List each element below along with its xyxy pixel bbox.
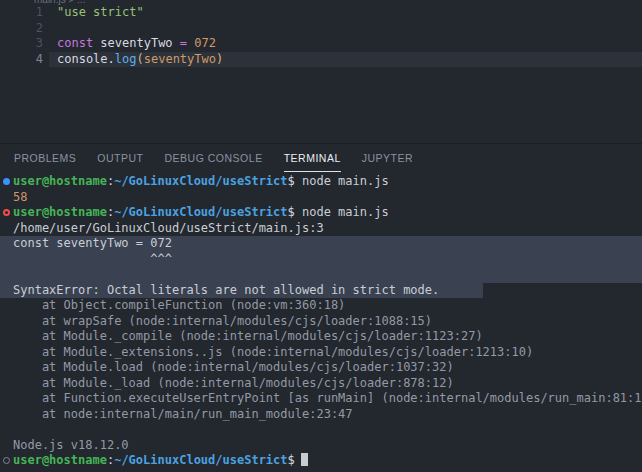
terminal-row[interactable]: at Module._compile (node:internal/module… bbox=[0, 329, 642, 345]
command-pending-circle-icon[interactable] bbox=[3, 457, 10, 464]
code-line[interactable]: 1"use strict" bbox=[0, 5, 642, 21]
terminal-row[interactable] bbox=[0, 422, 642, 438]
terminal[interactable]: user@hostname:~/GoLinuxCloud/useStrict$ … bbox=[0, 172, 642, 472]
editor-code[interactable]: 1"use strict"23const seventyTwo = 0724co… bbox=[0, 5, 642, 67]
terminal-row[interactable]: Node.js v18.12.0 bbox=[0, 438, 642, 454]
line-number: 2 bbox=[0, 21, 43, 37]
token: at Function.executeUserEntryPoint [as ru… bbox=[13, 391, 642, 405]
terminal-row[interactable]: at node:internal/main/run_main_module:23… bbox=[0, 407, 642, 423]
token: log bbox=[115, 52, 137, 66]
terminal-text: at node:internal/main/run_main_module:23… bbox=[0, 407, 642, 423]
terminal-text: at wrapSafe (node:internal/modules/cjs/l… bbox=[0, 314, 642, 330]
token: 072 bbox=[194, 36, 216, 50]
code-text: const seventyTwo = 072 bbox=[43, 36, 216, 52]
token: user@hostname bbox=[13, 453, 107, 467]
token: ( bbox=[137, 52, 144, 66]
terminal-row[interactable]: SyntaxError: Octal literals are not allo… bbox=[0, 283, 642, 299]
token: const bbox=[57, 36, 93, 50]
tab-terminal[interactable]: TERMINAL bbox=[284, 144, 341, 172]
terminal-text: at Module._load (node:internal/modules/c… bbox=[0, 376, 642, 392]
terminal-row[interactable]: at wrapSafe (node:internal/modules/cjs/l… bbox=[0, 314, 642, 330]
terminal-text: at Module.load (node:internal/modules/cj… bbox=[0, 360, 642, 376]
code-text: "use strict" bbox=[43, 5, 144, 21]
token: "use strict" bbox=[57, 5, 144, 19]
terminal-row[interactable]: at Function.executeUserEntryPoint [as ru… bbox=[0, 391, 642, 407]
token: const seventyTwo = 072 bbox=[13, 236, 172, 250]
token: Node.js v18.12.0 bbox=[13, 438, 129, 452]
token: node main.js bbox=[302, 174, 389, 188]
terminal-cursor bbox=[301, 453, 308, 466]
token: at Module._extensions..js (node:internal… bbox=[13, 345, 533, 359]
tab-debug-console[interactable]: DEBUG CONSOLE bbox=[165, 144, 263, 172]
code-line[interactable]: 4console.log(seventyTwo) bbox=[0, 52, 642, 68]
terminal-row[interactable]: user@hostname:~/GoLinuxCloud/useStrict$ … bbox=[0, 205, 642, 221]
command-success-dot-icon[interactable] bbox=[3, 178, 10, 185]
terminal-row[interactable]: 58 bbox=[0, 190, 642, 206]
terminal-text: /home/user/GoLinuxCloud/useStrict/main.j… bbox=[0, 221, 642, 237]
code-line[interactable]: 3const seventyTwo = 072 bbox=[0, 36, 642, 52]
terminal-text: ^^^ bbox=[0, 252, 642, 268]
terminal-text: at Object.compileFunction (node:vm:360:1… bbox=[0, 298, 642, 314]
terminal-text: user@hostname:~/GoLinuxCloud/useStrict$ … bbox=[0, 174, 642, 190]
token: $ bbox=[288, 453, 295, 467]
panel-tab-bar: PROBLEMS OUTPUT DEBUG CONSOLE TERMINAL J… bbox=[0, 143, 642, 172]
token: 58 bbox=[13, 190, 27, 204]
terminal-text: at Module._compile (node:internal/module… bbox=[0, 329, 642, 345]
line-number: 1 bbox=[0, 5, 43, 21]
terminal-row[interactable]: const seventyTwo = 072 bbox=[0, 236, 642, 252]
tab-jupyter[interactable]: JUPYTER bbox=[362, 144, 413, 172]
token: at wrapSafe (node:internal/modules/cjs/l… bbox=[13, 314, 432, 328]
terminal-row[interactable]: user@hostname:~/GoLinuxCloud/useStrict$ … bbox=[0, 174, 642, 190]
token: seventyTwo bbox=[144, 52, 216, 66]
token: at Module._load (node:internal/modules/c… bbox=[13, 376, 454, 390]
token: at Object.compileFunction (node:vm:360:1… bbox=[13, 298, 345, 312]
code-text: console.log(seventyTwo) bbox=[43, 52, 223, 68]
line-number: 4 bbox=[0, 52, 43, 68]
token: . bbox=[108, 52, 115, 66]
token: ~/GoLinuxCloud/useStrict bbox=[114, 205, 287, 219]
token: $ bbox=[288, 174, 302, 188]
terminal-text: SyntaxError: Octal literals are not allo… bbox=[0, 283, 642, 299]
token: user@hostname bbox=[13, 174, 107, 188]
token: /home/user/GoLinuxCloud/useStrict/main.j… bbox=[13, 221, 324, 235]
editor-pane[interactable]: main.js > ... 1"use strict"23const seven… bbox=[0, 0, 642, 143]
token: seventyTwo bbox=[93, 36, 180, 50]
token: at Module.load (node:internal/modules/cj… bbox=[13, 360, 454, 374]
token: console bbox=[57, 52, 108, 66]
terminal-text: user@hostname:~/GoLinuxCloud/useStrict$ bbox=[0, 453, 642, 469]
terminal-text: at Module._extensions..js (node:internal… bbox=[0, 345, 642, 361]
terminal-row[interactable]: at Module._load (node:internal/modules/c… bbox=[0, 376, 642, 392]
tab-problems[interactable]: PROBLEMS bbox=[14, 144, 76, 172]
token: ~/GoLinuxCloud/useStrict bbox=[114, 174, 287, 188]
token: ) bbox=[216, 52, 223, 66]
terminal-row[interactable]: at Object.compileFunction (node:vm:360:1… bbox=[0, 298, 642, 314]
terminal-text: const seventyTwo = 072 bbox=[0, 236, 642, 252]
terminal-text: at Function.executeUserEntryPoint [as ru… bbox=[0, 391, 642, 407]
terminal-row[interactable]: user@hostname:~/GoLinuxCloud/useStrict$ bbox=[0, 453, 642, 469]
token: user@hostname bbox=[13, 205, 107, 219]
code-line[interactable]: 2 bbox=[0, 21, 642, 37]
command-error-circle-icon[interactable] bbox=[3, 209, 10, 216]
token: at node:internal/main/run_main_module:23… bbox=[13, 407, 353, 421]
token: node main.js bbox=[302, 205, 389, 219]
token: ^^^ bbox=[13, 252, 172, 266]
terminal-row[interactable]: ^^^ bbox=[0, 252, 642, 268]
terminal-text: user@hostname:~/GoLinuxCloud/useStrict$ … bbox=[0, 205, 642, 221]
token: ~/GoLinuxCloud/useStrict bbox=[114, 453, 287, 467]
terminal-row[interactable] bbox=[0, 267, 642, 283]
token: SyntaxError: Octal literals are not allo… bbox=[13, 283, 439, 297]
terminal-text: 58 bbox=[0, 190, 642, 206]
tab-output[interactable]: OUTPUT bbox=[97, 144, 143, 172]
token: $ bbox=[288, 205, 302, 219]
token: = bbox=[180, 36, 187, 50]
terminal-row[interactable]: at Module._extensions..js (node:internal… bbox=[0, 345, 642, 361]
terminal-row[interactable]: /home/user/GoLinuxCloud/useStrict/main.j… bbox=[0, 221, 642, 237]
terminal-text: Node.js v18.12.0 bbox=[0, 438, 642, 454]
terminal-row[interactable]: at Module.load (node:internal/modules/cj… bbox=[0, 360, 642, 376]
token: at Module._compile (node:internal/module… bbox=[13, 329, 483, 343]
code-text bbox=[43, 21, 57, 37]
line-number: 3 bbox=[0, 36, 43, 52]
